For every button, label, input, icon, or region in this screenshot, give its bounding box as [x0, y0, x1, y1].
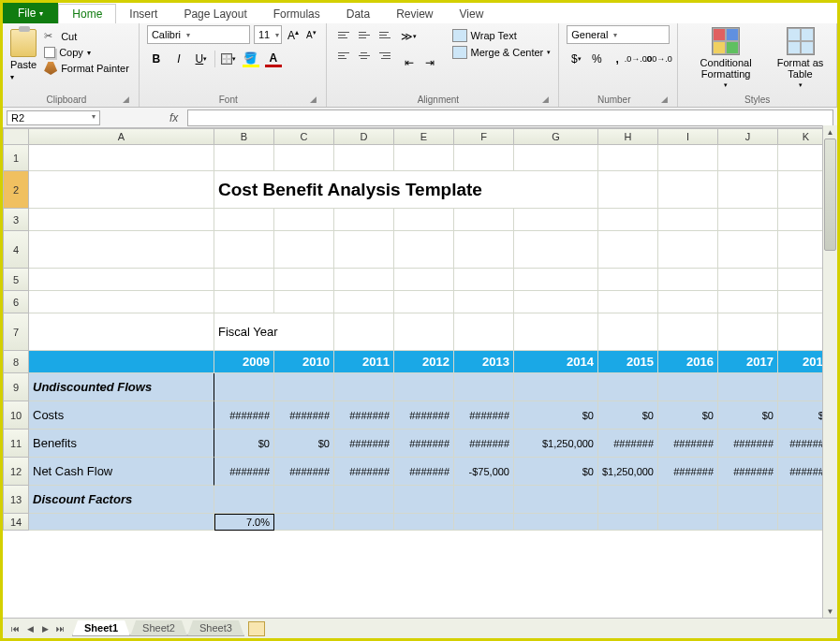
italic-button[interactable]: I [169, 50, 188, 68]
data-cell[interactable]: ####### [334, 401, 394, 430]
data-cell[interactable]: ####### [394, 458, 454, 486]
cell[interactable] [658, 486, 718, 514]
cell[interactable] [454, 231, 514, 269]
fx-icon[interactable]: fx [160, 111, 187, 124]
align-middle-button[interactable] [355, 25, 374, 44]
sheet-tab-3[interactable]: Sheet3 [187, 620, 244, 636]
vertical-scrollbar[interactable]: ▲ ▼ [822, 125, 837, 618]
data-cell[interactable]: -$75,000 [454, 458, 514, 486]
fiscal-year-label[interactable]: Fiscal Year [214, 313, 334, 351]
row-header-3[interactable]: 3 [3, 209, 29, 231]
cell[interactable] [598, 486, 658, 514]
year-header[interactable]: 2012 [394, 351, 454, 373]
cell-grid[interactable]: Cost Benefit Analysis TemplateFiscal Yea… [29, 145, 834, 531]
data-cell[interactable]: $0 [718, 401, 778, 430]
align-top-button[interactable] [334, 25, 353, 44]
paste-button[interactable]: Paste [10, 25, 37, 81]
cell[interactable] [214, 269, 274, 291]
data-cell[interactable]: ####### [394, 401, 454, 430]
data-cell[interactable]: ####### [658, 458, 718, 486]
col-header-E[interactable]: E [394, 128, 454, 145]
cell[interactable] [598, 373, 658, 401]
scroll-thumb[interactable] [824, 138, 836, 251]
sheet-tab-1[interactable]: Sheet1 [72, 620, 130, 636]
section-undiscounted[interactable]: Undiscounted Flows [29, 373, 214, 401]
cell[interactable] [29, 209, 214, 231]
fill-color-button[interactable]: 🪣 [242, 50, 260, 68]
orientation-button[interactable]: ≫▾ [400, 27, 419, 46]
data-cell[interactable]: $1,250,000 [514, 430, 598, 458]
data-cell[interactable]: ####### [454, 401, 514, 430]
row-header-13[interactable]: 13 [3, 486, 29, 514]
name-box[interactable]: R2 [7, 110, 100, 125]
cell[interactable] [658, 145, 718, 171]
cell[interactable] [718, 269, 778, 291]
row-header-14[interactable]: 14 [3, 514, 29, 531]
cell[interactable] [598, 269, 658, 291]
cell[interactable] [514, 514, 598, 531]
col-header-J[interactable]: J [718, 128, 778, 145]
cell[interactable] [274, 291, 334, 313]
cell[interactable] [454, 313, 514, 351]
row-label-costs[interactable]: Costs [29, 401, 214, 430]
section-discount[interactable]: Discount Factors [29, 486, 214, 514]
cell[interactable] [394, 373, 454, 401]
data-cell[interactable]: ####### [598, 430, 658, 458]
formula-input[interactable] [187, 109, 833, 126]
cell[interactable] [334, 313, 394, 351]
cell[interactable] [454, 373, 514, 401]
year-header[interactable]: 2017 [718, 351, 778, 373]
scroll-down-icon[interactable]: ▼ [823, 605, 837, 618]
cell[interactable] [658, 291, 718, 313]
data-cell[interactable]: ####### [274, 401, 334, 430]
data-cell[interactable]: $0 [658, 401, 718, 430]
cell[interactable] [29, 171, 214, 209]
cell[interactable] [718, 209, 778, 231]
cell[interactable] [274, 145, 334, 171]
cell[interactable] [334, 373, 394, 401]
cell[interactable] [334, 291, 394, 313]
cell[interactable] [514, 313, 598, 351]
cell[interactable] [598, 313, 658, 351]
row-label-netcf[interactable]: Net Cash Flow [29, 458, 214, 486]
cell[interactable] [334, 145, 394, 171]
cell[interactable] [394, 291, 454, 313]
cell[interactable] [274, 269, 334, 291]
font-dialog-icon[interactable]: ◢ [310, 95, 318, 104]
row-header-4[interactable]: 4 [3, 231, 29, 269]
copy-button[interactable]: Copy ▾ [42, 46, 131, 59]
align-left-button[interactable] [334, 46, 353, 65]
format-painter-button[interactable]: Format Painter [42, 61, 131, 76]
col-header-B[interactable]: B [214, 128, 274, 145]
row-header-12[interactable]: 12 [3, 458, 29, 486]
merge-center-button[interactable]: Merge & Center ▾ [452, 46, 552, 59]
grow-font-button[interactable]: A▴ [286, 28, 301, 42]
year-header[interactable]: 2013 [454, 351, 514, 373]
align-right-button[interactable] [376, 46, 394, 65]
cell[interactable] [658, 171, 718, 209]
cell[interactable] [334, 209, 394, 231]
row-header-8[interactable]: 8 [3, 351, 29, 373]
title-cell[interactable]: Cost Benefit Analysis Template [214, 171, 598, 209]
cell[interactable] [514, 209, 598, 231]
cell[interactable] [334, 486, 394, 514]
year-header[interactable]: 2010 [274, 351, 334, 373]
col-header-D[interactable]: D [334, 128, 394, 145]
cell[interactable] [658, 209, 718, 231]
decrease-indent-button[interactable]: ⇤ [400, 53, 419, 72]
cell[interactable] [514, 269, 598, 291]
cut-button[interactable]: ✂Cut [42, 29, 131, 44]
cell[interactable] [29, 351, 214, 373]
tab-data[interactable]: Data [333, 5, 383, 23]
row-header-6[interactable]: 6 [3, 291, 29, 313]
cell[interactable] [718, 291, 778, 313]
cell[interactable] [598, 209, 658, 231]
tab-view[interactable]: View [447, 5, 497, 23]
cell[interactable] [29, 145, 214, 171]
col-header-A[interactable]: A [29, 128, 214, 145]
data-cell[interactable]: $0 [214, 430, 274, 458]
cell[interactable] [274, 373, 334, 401]
row-header-11[interactable]: 11 [3, 430, 29, 458]
cell[interactable] [214, 209, 274, 231]
scroll-up-icon[interactable]: ▲ [823, 125, 837, 138]
